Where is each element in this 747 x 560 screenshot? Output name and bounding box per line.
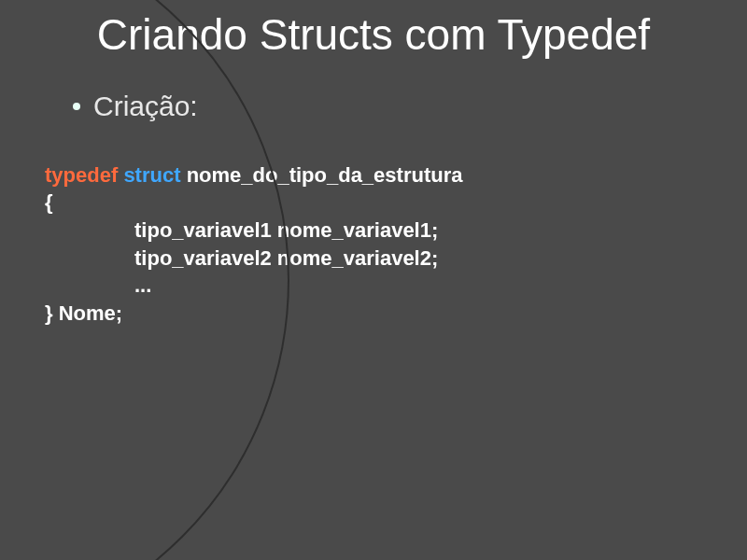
slide-title: Criando Structs com Typedef xyxy=(0,0,747,59)
bullet-label: Criação: xyxy=(93,91,198,122)
bullet-icon xyxy=(73,103,80,110)
code-line-4: tipo_variavel2 nome_variavel2; xyxy=(45,245,747,273)
code-ellipsis: ... xyxy=(45,272,151,300)
code-line-3: tipo_variavel1 nome_variavel1; xyxy=(45,217,747,245)
bullet-item: Criação: xyxy=(73,91,747,122)
code-block: typedef struct nome_do_tipo_da_estrutura… xyxy=(45,161,747,328)
code-line-5: ... xyxy=(45,272,747,300)
keyword-typedef: typedef xyxy=(45,163,118,187)
keyword-struct: struct xyxy=(123,163,180,187)
struct-name: nome_do_tipo_da_estrutura xyxy=(187,163,463,187)
code-field-2: tipo_variavel2 nome_variavel2; xyxy=(45,245,438,273)
code-field-1: tipo_variavel1 nome_variavel1; xyxy=(45,217,438,245)
code-line-1: typedef struct nome_do_tipo_da_estrutura xyxy=(45,161,747,189)
code-line-2: { xyxy=(45,189,747,217)
slide: Criando Structs com Typedef Criação: typ… xyxy=(0,0,747,560)
code-line-6: } Nome; xyxy=(45,300,747,328)
